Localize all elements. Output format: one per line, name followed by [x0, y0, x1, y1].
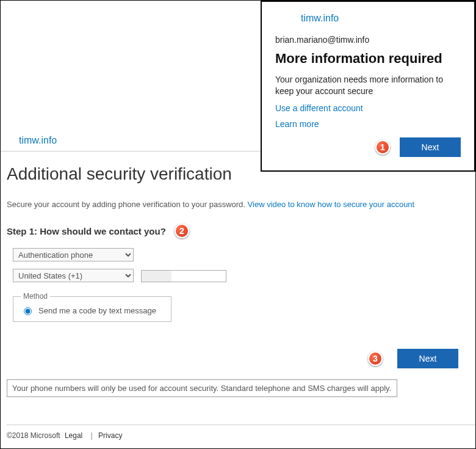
main-next-button[interactable]: Next	[397, 349, 458, 368]
footer-separator: |	[91, 431, 93, 440]
brand-logo: timw.info	[301, 13, 461, 24]
country-code-select[interactable]: United States (+1)	[13, 269, 134, 282]
contact-method-select[interactable]: Authentication phone	[13, 248, 134, 261]
callout-badge-1: 1	[375, 140, 390, 155]
text-message-radio[interactable]	[24, 307, 32, 315]
use-different-account-link[interactable]: Use a different account	[275, 103, 461, 113]
page-subtext: Secure your account by adding phone veri…	[7, 200, 469, 209]
learn-more-link[interactable]: Learn more	[275, 119, 461, 129]
phone-notice: Your phone numbers will only be used for…	[7, 379, 397, 397]
popup-description: Your organization needs more information…	[275, 74, 461, 97]
subtext-static: Secure your account by adding phone veri…	[7, 200, 248, 209]
page-title: Additional security verification	[7, 164, 469, 184]
callout-badge-2: 2	[175, 224, 189, 238]
brand-logo-bg: timw.info	[19, 135, 57, 146]
footer-copyright: ©2018 Microsoft	[7, 431, 60, 440]
popup-next-button[interactable]: Next	[400, 137, 461, 157]
view-video-link[interactable]: View video to know how to secure your ac…	[248, 200, 415, 209]
more-info-popup: timw.info brian.mariano@timw.info More i…	[261, 1, 475, 172]
footer-privacy-link[interactable]: Privacy	[98, 431, 122, 440]
method-legend: Method	[21, 292, 50, 301]
phone-number-input[interactable]	[141, 270, 226, 282]
step-1-label: Step 1: How should we contact you?	[7, 226, 166, 236]
text-message-radio-label: Send me a code by text message	[38, 306, 156, 315]
method-radio-row[interactable]: Send me a code by text message	[21, 305, 164, 315]
account-email: brian.mariano@timw.info	[275, 35, 461, 45]
main-content: Additional security verification Secure …	[7, 164, 469, 397]
page-footer: ©2018 Microsoft Legal | Privacy	[7, 425, 475, 440]
callout-badge-3: 3	[368, 351, 383, 366]
method-fieldset: Method Send me a code by text message	[13, 292, 171, 322]
popup-title: More information required	[275, 51, 461, 67]
footer-legal-link[interactable]: Legal	[65, 431, 82, 440]
